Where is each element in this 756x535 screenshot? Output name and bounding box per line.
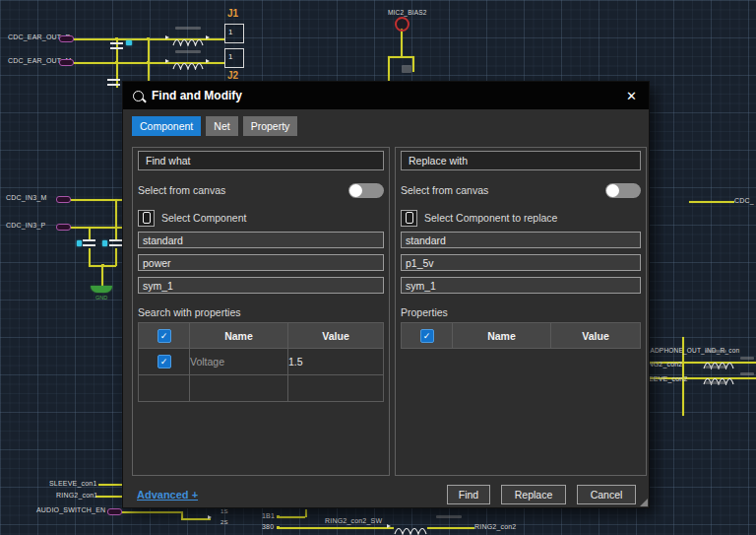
table-row: [139, 375, 384, 402]
wire[interactable]: [101, 266, 103, 286]
net-label[interactable]: CDC_IN3_P: [6, 222, 45, 229]
wire[interactable]: [89, 248, 91, 266]
micro-text-decor: [402, 65, 411, 73]
replace-button[interactable]: Replace: [501, 485, 566, 504]
pin-oval-icon[interactable]: [56, 196, 71, 203]
property-name-cell[interactable]: [190, 375, 288, 402]
find-and-modify-dialog: Find and Modify ✕ Component Net Property…: [122, 81, 650, 508]
find-button[interactable]: Find: [447, 485, 490, 504]
pin-oval-icon[interactable]: [56, 224, 71, 231]
wire[interactable]: [388, 56, 390, 82]
replace-with-panel: Replace with Select from canvas Select C…: [395, 147, 647, 476]
cap-plate: [109, 244, 122, 246]
micro-text-decor: [705, 381, 726, 384]
find-select-component-label: Select Component: [161, 212, 246, 224]
component-icon[interactable]: [138, 210, 155, 227]
advanced-link[interactable]: Advanced +: [137, 489, 198, 501]
pin-oval-icon[interactable]: [59, 59, 74, 66]
net-label[interactable]: RING2_con2_SW: [325, 517, 382, 524]
inductor-icon[interactable]: [703, 371, 734, 380]
capacitor-icon[interactable]: [107, 79, 120, 86]
wire[interactable]: [89, 227, 91, 240]
pin-oval-icon[interactable]: [107, 508, 122, 515]
capacitor-icon[interactable]: [110, 42, 123, 49]
component-marker-icon[interactable]: [77, 240, 82, 246]
wire[interactable]: [181, 518, 211, 520]
wire[interactable]: [278, 516, 305, 518]
wire[interactable]: [412, 56, 414, 72]
wire[interactable]: [427, 527, 474, 529]
cancel-button[interactable]: Cancel: [577, 485, 636, 504]
replace-symbol-field[interactable]: [401, 277, 641, 294]
net-label[interactable]: RING2_con2: [474, 523, 516, 530]
close-icon[interactable]: ✕: [624, 90, 639, 102]
table-row: ✓Voltage1.5: [139, 349, 384, 375]
net-label[interactable]: GND: [95, 295, 107, 301]
find-component-field[interactable]: [138, 254, 384, 271]
micro-text-decor: [705, 350, 726, 353]
cap-plate: [83, 244, 95, 246]
net-label[interactable]: J2: [227, 70, 238, 81]
button-group: FindReplaceCancel: [447, 485, 636, 504]
find-symbol-field[interactable]: [138, 277, 384, 294]
wire[interactable]: [278, 527, 394, 529]
cap-plate: [107, 79, 120, 81]
net-label[interactable]: CDC_IN3_M: [6, 194, 46, 201]
find-library-field[interactable]: [138, 232, 384, 248]
tab-net[interactable]: Net: [206, 116, 237, 136]
net-label[interactable]: RING2_con1: [56, 492, 97, 499]
wire[interactable]: [120, 511, 181, 513]
replace-component-field[interactable]: [401, 254, 641, 271]
pin-arrow-icon: [165, 59, 169, 63]
net-label[interactable]: AUDIO_SWITCH_EN: [36, 506, 105, 513]
connector-box[interactable]: 1: [224, 48, 244, 68]
chip-glyph-icon: [143, 212, 151, 224]
wire[interactable]: [689, 201, 734, 203]
component-icon[interactable]: [401, 210, 417, 227]
inductor-icon[interactable]: [703, 356, 734, 365]
component-marker-icon[interactable]: [126, 40, 132, 45]
net-label[interactable]: 380: [262, 523, 274, 530]
power-port-icon[interactable]: [395, 17, 410, 32]
junction-dot: [277, 515, 280, 518]
dialog-footer: Advanced + FindReplaceCancel: [137, 485, 636, 504]
gnd-icon[interactable]: [91, 286, 112, 293]
tab-component[interactable]: Component: [132, 116, 201, 136]
inductor-icon[interactable]: [394, 521, 427, 530]
junction-dot: [147, 61, 150, 64]
connector-box[interactable]: 1: [224, 24, 244, 43]
header-checkbox[interactable]: ✓: [420, 329, 434, 343]
resize-grip[interactable]: [640, 499, 648, 506]
property-value-cell[interactable]: 1.5: [288, 349, 384, 375]
header-checkbox[interactable]: ✓: [158, 329, 171, 343]
net-label[interactable]: SLEEVE_con1: [49, 480, 97, 487]
wire[interactable]: [401, 29, 403, 57]
row-checkbox-cell: ✓: [139, 349, 190, 375]
replace-select-from-canvas-toggle[interactable]: [605, 183, 641, 198]
property-value-cell[interactable]: [288, 375, 384, 402]
inductor-icon[interactable]: [172, 33, 204, 41]
capacitor-icon[interactable]: [83, 239, 95, 246]
net-label[interactable]: J1: [227, 8, 238, 19]
wire[interactable]: [388, 56, 414, 58]
net-label[interactable]: MIC2_BIAS2: [388, 9, 427, 16]
wire[interactable]: [305, 509, 307, 517]
value-column-header: Value: [551, 323, 641, 349]
dialog-titlebar[interactable]: Find and Modify ✕: [123, 82, 649, 109]
properties-label: Properties: [401, 306, 641, 318]
inductor-icon[interactable]: [172, 56, 204, 65]
row-checkbox[interactable]: ✓: [158, 355, 171, 368]
replace-library-field[interactable]: [401, 232, 641, 248]
wire[interactable]: [115, 199, 117, 240]
net-label[interactable]: 1B1: [262, 512, 275, 519]
component-marker-icon[interactable]: [102, 240, 107, 246]
wire[interactable]: [115, 248, 117, 266]
net-label[interactable]: 1S: [220, 508, 228, 514]
net-label[interactable]: 2S: [220, 519, 228, 525]
property-name-cell[interactable]: Voltage: [190, 349, 288, 375]
capacitor-icon[interactable]: [109, 239, 122, 246]
find-select-from-canvas-toggle[interactable]: [348, 183, 384, 198]
pin-oval-icon[interactable]: [59, 35, 74, 42]
net-label[interactable]: CDC_: [734, 197, 754, 204]
tab-property[interactable]: Property: [243, 116, 298, 136]
